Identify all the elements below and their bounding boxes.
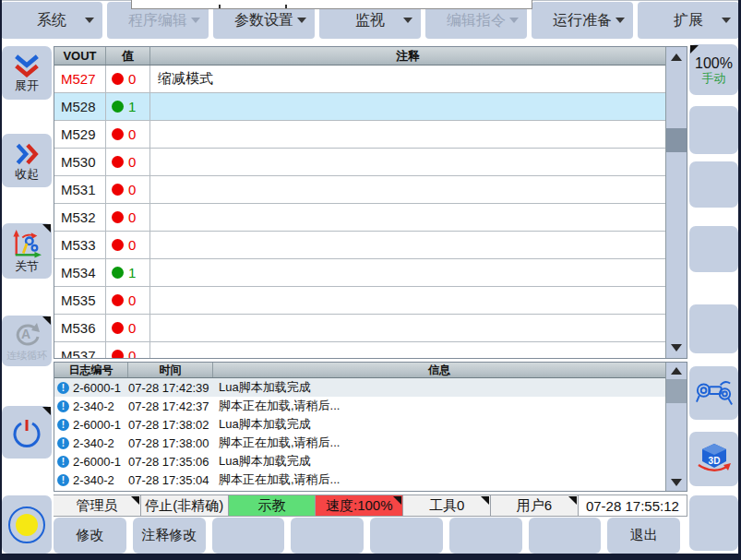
vout-table-row[interactable]: M535 0 xyxy=(54,287,665,315)
vout-value-cell: 0 xyxy=(106,287,150,314)
log-scrollbar[interactable] xyxy=(665,363,687,491)
vout-name: M535 xyxy=(54,287,106,314)
status-item[interactable]: 示教 xyxy=(229,494,317,517)
scroll-down-arrow[interactable] xyxy=(666,340,687,356)
status-item[interactable]: 停止(非精确) xyxy=(141,494,229,517)
status-item-label: 停止(非精确) xyxy=(145,497,223,515)
log-table-row[interactable]: 2-6000-1 07-28 17:42:39 Lua脚本加载完成 xyxy=(54,378,665,397)
log-table-row[interactable]: 2-6000-1 07-28 17:35:06 Lua脚本加载完成 xyxy=(54,452,665,471)
view-3d-button[interactable]: 3D xyxy=(689,432,738,486)
menu-button-label: 系统 xyxy=(37,11,66,30)
vout-name: M534 xyxy=(54,259,106,286)
vout-table-row[interactable]: M531 0 xyxy=(54,176,665,204)
vout-table-row[interactable]: M530 0 xyxy=(54,149,665,176)
vout-name: M536 xyxy=(54,315,106,341)
vout-table-row[interactable]: M533 0 xyxy=(54,232,665,259)
vout-value-cell: 1 xyxy=(106,93,150,120)
corner-options-icon xyxy=(131,496,139,505)
continuous-cycle-button[interactable]: A 连续循环 xyxy=(2,316,52,366)
vout-table-row[interactable]: M529 0 xyxy=(54,121,665,149)
vout-name: M527 xyxy=(54,66,106,92)
scroll-up-arrow[interactable] xyxy=(666,364,687,377)
status-item[interactable]: 用户6 xyxy=(491,494,579,517)
vout-table-row[interactable]: M536 0 xyxy=(54,315,665,342)
right-sidebar-button-empty[interactable] xyxy=(689,106,738,154)
hand-controller-button[interactable] xyxy=(689,366,738,420)
vout-table-row[interactable]: M527 0 缩减模式 xyxy=(54,66,665,93)
scroll-down-arrow[interactable] xyxy=(666,476,687,489)
menu-button[interactable]: 系统 xyxy=(1,2,102,39)
collapse-button[interactable]: 收起 xyxy=(2,134,52,187)
bottom-button-row: 修改 注释修改 退出 xyxy=(54,518,680,554)
vout-comment xyxy=(150,232,665,258)
log-time: 07-28 17:35:04 xyxy=(128,473,213,487)
vout-value-cell: 0 xyxy=(106,176,150,203)
info-balloon-icon xyxy=(57,419,69,431)
log-message: 脚本正在加载,请稍后... xyxy=(213,435,665,451)
vout-table-row[interactable]: M537 0 xyxy=(54,342,665,358)
right-sidebar-button-empty[interactable] xyxy=(689,495,738,551)
menu-button-label: 运行准备 xyxy=(553,11,612,30)
log-time: 07-28 17:35:06 xyxy=(128,455,213,469)
right-sidebar-button-empty[interactable] xyxy=(689,161,738,208)
vout-value: 0 xyxy=(128,348,136,358)
function-button[interactable] xyxy=(291,518,364,554)
right-sidebar-button-empty[interactable] xyxy=(689,226,738,272)
speed-override-value: 100% xyxy=(695,55,733,71)
vout-value: 0 xyxy=(128,237,136,253)
status-item[interactable]: 速度:100% xyxy=(316,494,403,517)
joint-coord-button[interactable]: 关节 xyxy=(2,223,52,279)
log-time: 07-28 17:42:39 xyxy=(128,381,213,395)
vout-scrollbar-thumb[interactable] xyxy=(666,128,687,152)
log-time: 07-28 17:38:02 xyxy=(128,418,213,432)
function-button[interactable] xyxy=(370,518,443,554)
log-table-row[interactable]: 2-6000-1 07-28 17:38:02 Lua脚本加载完成 xyxy=(54,415,665,434)
vout-comment: 缩减模式 xyxy=(150,66,665,92)
status-item[interactable]: 管理员 xyxy=(54,494,141,517)
menu-button[interactable]: 运行准备 xyxy=(532,2,633,39)
log-time: 07-28 17:38:00 xyxy=(128,436,213,450)
log-scrollbar-thumb[interactable] xyxy=(666,379,687,403)
function-button[interactable]: 修改 xyxy=(54,518,126,554)
chevron-down-icon xyxy=(297,18,306,23)
vout-table-row[interactable]: M534 1 xyxy=(54,259,665,287)
function-button[interactable] xyxy=(449,518,522,554)
function-button[interactable] xyxy=(529,518,602,554)
vout-table-row[interactable]: M528 1 xyxy=(54,93,665,121)
vout-scrollbar[interactable] xyxy=(665,47,687,358)
function-button-label: 修改 xyxy=(76,527,103,544)
log-table-row[interactable]: 2-6000-1 07-28 17:32:58 Lua脚本加载完成 xyxy=(54,489,665,491)
status-item[interactable]: 工具0 xyxy=(403,494,491,517)
vout-name: M529 xyxy=(54,121,106,148)
corner-options-icon xyxy=(568,496,577,505)
status-item[interactable]: 07-28 17:55:12 xyxy=(579,494,687,517)
function-button[interactable]: 注释修改 xyxy=(133,518,206,554)
vout-table-row[interactable]: M532 0 xyxy=(54,204,665,232)
right-sidebar-button-empty[interactable] xyxy=(689,304,738,353)
vout-comment xyxy=(150,342,665,358)
expand-button[interactable]: 展开 xyxy=(2,46,52,100)
log-code: 2-6000-1 xyxy=(73,381,121,395)
log-code: 2-6000-1 xyxy=(73,418,121,432)
scroll-up-arrow[interactable] xyxy=(666,49,687,66)
log-table-row[interactable]: 2-340-2 07-28 17:38:00 脚本正在加载,请稍后... xyxy=(54,434,665,452)
menu-button[interactable]: 扩展 xyxy=(638,2,739,39)
vout-value: 0 xyxy=(128,320,136,336)
log-table-row[interactable]: 2-340-2 07-28 17:42:37 脚本正在加载,请稍后... xyxy=(54,397,665,415)
speed-override-button[interactable]: 100% 手动 xyxy=(689,44,738,95)
hand-controller-icon xyxy=(695,378,734,408)
function-button[interactable]: 退出 xyxy=(607,518,680,554)
robot-joint-axes-icon xyxy=(11,230,42,259)
chevron-down-icon xyxy=(616,18,625,23)
chevron-down-icon xyxy=(191,18,200,23)
power-button[interactable] xyxy=(2,406,52,459)
vout-value-cell: 1 xyxy=(106,259,150,286)
servo-status-button[interactable] xyxy=(2,495,52,554)
function-button[interactable] xyxy=(212,518,285,554)
log-table-row[interactable]: 2-340-2 07-28 17:35:04 脚本正在加载,请稍后... xyxy=(54,471,665,489)
log-message: 脚本正在加载,请稍后... xyxy=(213,398,665,414)
collapse-label: 收起 xyxy=(15,168,39,181)
vout-comment xyxy=(150,204,665,231)
log-time: 07-28 17:42:37 xyxy=(128,399,213,413)
vout-value: 0 xyxy=(128,292,136,308)
